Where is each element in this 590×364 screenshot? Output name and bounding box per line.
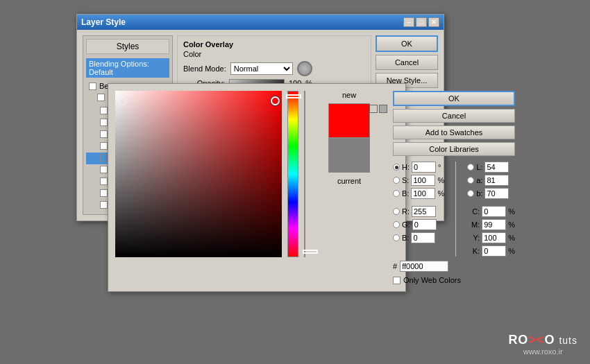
g-row: G: bbox=[393, 219, 444, 230]
b3-label: b: bbox=[476, 189, 482, 198]
dialog-titlebar: Layer Style ─ □ ✕ bbox=[77, 15, 444, 30]
b2-row: B: bbox=[393, 232, 444, 243]
current-color-preview bbox=[328, 138, 370, 173]
a-input[interactable] bbox=[484, 175, 509, 186]
only-web-colors-label: Only Web Colors bbox=[403, 276, 461, 284]
watermark-logo: RO><O tuts bbox=[508, 333, 578, 347]
watermark: RO><O tuts www.roxo.ir bbox=[508, 333, 578, 356]
h-input[interactable] bbox=[412, 162, 436, 173]
color-gradient-square[interactable] bbox=[115, 91, 282, 257]
s-radio[interactable] bbox=[393, 177, 400, 184]
l-row: L: bbox=[467, 162, 515, 173]
blend-mode-label: Blend Mode: bbox=[183, 64, 226, 73]
copy-icon[interactable] bbox=[369, 105, 378, 113]
k-unit: % bbox=[508, 247, 515, 255]
hex-label: # bbox=[393, 262, 397, 270]
b-label: B: bbox=[402, 189, 409, 198]
l-input[interactable] bbox=[484, 162, 509, 173]
k-label: K: bbox=[467, 247, 480, 255]
desktop: Layer Style ─ □ ✕ Styles Blending Option… bbox=[0, 0, 590, 364]
minimize-button[interactable]: ─ bbox=[403, 17, 414, 27]
color-overlay-title: Color Overlay bbox=[183, 40, 365, 49]
blending-options-label[interactable]: Blending Options: Default bbox=[86, 58, 169, 78]
b3-radio[interactable] bbox=[467, 190, 474, 197]
b-input[interactable] bbox=[411, 188, 435, 199]
contour-checkbox[interactable] bbox=[97, 94, 105, 101]
watermark-url: www.roxo.ir bbox=[508, 347, 578, 356]
s-input[interactable] bbox=[411, 175, 435, 186]
cp-ok-button[interactable]: OK bbox=[393, 91, 515, 106]
y-row: Y: % bbox=[467, 232, 515, 243]
cp-buttons: OK Cancel Add to Swatches Color Librarie… bbox=[393, 91, 515, 156]
g-label: G: bbox=[402, 220, 410, 229]
hex-input[interactable] bbox=[400, 261, 448, 272]
g-input[interactable] bbox=[412, 219, 437, 230]
only-web-colors-checkbox[interactable] bbox=[393, 277, 401, 284]
titlebar-controls: ─ □ ✕ bbox=[403, 17, 439, 27]
copy-icon-2 bbox=[379, 105, 387, 113]
maximize-button[interactable]: □ bbox=[416, 17, 427, 27]
r-label: R: bbox=[402, 207, 410, 216]
picker-circle-2 bbox=[118, 96, 127, 105]
k-input[interactable] bbox=[482, 245, 506, 257]
a-row: a: bbox=[467, 175, 515, 186]
current-label: current bbox=[337, 177, 361, 185]
gradient-background bbox=[115, 91, 282, 257]
b3-row: b: bbox=[467, 188, 515, 199]
add-to-swatches-button[interactable]: Add to Swatches bbox=[393, 125, 515, 139]
b-radio[interactable] bbox=[393, 190, 400, 197]
color-preview-stack bbox=[328, 103, 370, 173]
y-unit: % bbox=[508, 234, 515, 242]
gear-icon[interactable] bbox=[297, 61, 312, 76]
l-radio[interactable] bbox=[467, 164, 474, 171]
h-unit: ° bbox=[438, 163, 441, 171]
l-label: L: bbox=[476, 163, 482, 171]
h-row: H: ° bbox=[393, 162, 444, 173]
cancel-button[interactable]: Cancel bbox=[376, 55, 438, 70]
b2-input[interactable] bbox=[411, 232, 435, 243]
alpha-marker bbox=[303, 250, 318, 254]
b2-radio[interactable] bbox=[393, 234, 400, 241]
s-row: S: % bbox=[393, 175, 444, 186]
c-input[interactable] bbox=[482, 206, 506, 217]
y-input[interactable] bbox=[482, 232, 506, 243]
color-picker-inner: new current OK Cancel Add to Swatches bbox=[115, 91, 398, 284]
r-radio[interactable] bbox=[393, 208, 400, 215]
divider bbox=[455, 162, 456, 257]
b-row: B: % bbox=[393, 188, 444, 199]
m-row: M: % bbox=[467, 219, 515, 230]
copy-icon-area bbox=[346, 105, 387, 113]
a-radio[interactable] bbox=[467, 177, 474, 184]
color-label: Color bbox=[183, 50, 365, 58]
close-button[interactable]: ✕ bbox=[428, 17, 439, 27]
lab-cmyk-col: L: a: b: bbox=[467, 162, 515, 257]
r-row: R: bbox=[393, 206, 444, 217]
styles-tab[interactable]: Styles bbox=[86, 39, 169, 54]
blend-mode-row: Blend Mode: Normal Multiply Screen bbox=[183, 61, 365, 76]
cp-cancel-button[interactable]: Cancel bbox=[393, 109, 515, 123]
color-libraries-button[interactable]: Color Libraries bbox=[393, 142, 515, 156]
bevel-emboss-checkbox[interactable] bbox=[89, 83, 96, 90]
hue-slider[interactable] bbox=[287, 91, 298, 257]
m-input[interactable] bbox=[482, 219, 506, 230]
b2-label: B: bbox=[402, 234, 409, 242]
dialog-title: Layer Style bbox=[81, 17, 126, 27]
k-row: K: % bbox=[467, 245, 515, 257]
only-web-colors-row: Only Web Colors bbox=[393, 276, 515, 284]
m-unit: % bbox=[508, 220, 515, 229]
b3-input[interactable] bbox=[484, 188, 509, 199]
h-radio[interactable] bbox=[393, 164, 400, 171]
hue-marker bbox=[286, 94, 301, 98]
new-label: new bbox=[342, 91, 356, 99]
r-input[interactable] bbox=[412, 206, 436, 217]
g-radio[interactable] bbox=[393, 221, 400, 228]
c-label: C: bbox=[467, 207, 480, 216]
ok-button[interactable]: OK bbox=[376, 35, 438, 52]
blend-mode-select[interactable]: Normal Multiply Screen bbox=[230, 62, 293, 75]
cp-right-section: OK Cancel Add to Swatches Color Librarie… bbox=[393, 91, 515, 284]
hex-row: # bbox=[393, 261, 515, 272]
alpha-slider[interactable] bbox=[304, 91, 305, 257]
y-label: Y: bbox=[467, 234, 480, 242]
color-preview-section: new current bbox=[311, 91, 387, 284]
s-unit: % bbox=[437, 176, 444, 184]
